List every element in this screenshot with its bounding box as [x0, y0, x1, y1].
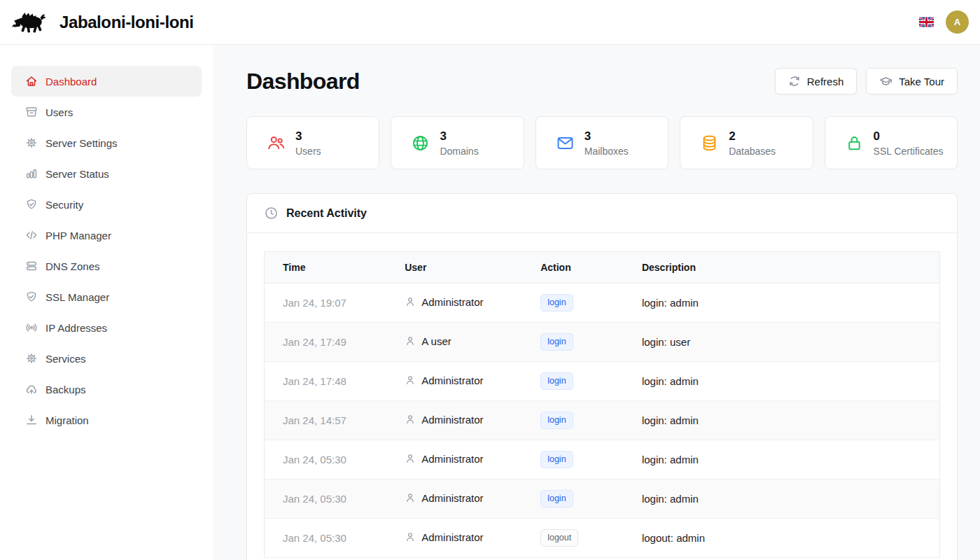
user-cell: Administrator — [421, 453, 483, 465]
person-icon — [405, 374, 416, 386]
home-icon — [25, 75, 38, 88]
stat-card-users: 3 Users — [246, 116, 379, 169]
sidebar-item-label: Services — [46, 353, 86, 365]
sidebar-item-server-status[interactable]: Server Status — [11, 158, 202, 189]
gear-icon — [25, 136, 38, 149]
sidebar-item-label: Backups — [46, 384, 86, 396]
panel-title: Recent Activity — [286, 207, 367, 220]
sidebar-item-label: Users — [46, 106, 73, 118]
page-title: Dashboard — [246, 70, 360, 92]
stat-value: 3 — [295, 129, 321, 144]
time-cell: Jan 24, 14:57 — [265, 401, 405, 440]
archive-icon — [25, 106, 38, 118]
sidebar-item-migration[interactable]: Migration — [11, 405, 202, 435]
stat-card-databases: 2 Databases — [680, 116, 813, 169]
table-row: Jan 24, 05:30 Administrator login login:… — [265, 440, 940, 479]
action-badge: login — [540, 333, 573, 351]
broadcast-icon — [25, 321, 38, 334]
gear-icon — [25, 352, 38, 365]
stat-label: Databases — [729, 146, 776, 157]
avatar[interactable]: A — [946, 10, 969, 34]
stat-value: 0 — [874, 129, 944, 144]
sidebar-item-php-manager[interactable]: PHP Manager — [11, 220, 202, 251]
topbar: Jabaloni-loni-loni A — [0, 0, 980, 45]
sidebar-item-label: DNS Zones — [46, 260, 100, 272]
column-header-time: Time — [265, 252, 405, 284]
column-header-action: Action — [540, 252, 642, 284]
description-cell: logout: admin — [642, 519, 940, 558]
user-cell: Administrator — [421, 374, 483, 386]
sidebar-item-users[interactable]: Users — [11, 97, 202, 127]
sidebar-item-label: SSL Manager — [46, 291, 109, 303]
activity-table: Time User Action Description Jan 24, 19:… — [264, 251, 940, 558]
take-tour-button[interactable]: Take Tour — [866, 68, 958, 94]
time-cell: Jan 24, 05:30 — [265, 440, 405, 479]
person-icon — [405, 335, 416, 346]
refresh-icon — [788, 75, 801, 88]
sidebar-item-server-settings[interactable]: Server Settings — [11, 127, 202, 158]
person-icon — [405, 531, 416, 542]
topbar-right: A — [919, 10, 969, 34]
time-cell: Jan 24, 17:48 — [265, 362, 405, 401]
time-cell: Jan 24, 05:30 — [265, 479, 405, 519]
server-icon — [25, 260, 38, 272]
user-cell: Administrator — [421, 296, 483, 308]
shield-check-icon — [25, 290, 38, 303]
table-row: Jan 24, 14:57 Administrator login login:… — [265, 401, 940, 440]
table-row: Jan 24, 17:48 Administrator login login:… — [265, 362, 940, 401]
sidebar-item-label: Migration — [46, 414, 89, 426]
stat-label: SSL Certificates — [874, 146, 944, 157]
cloud-upload-icon — [25, 383, 38, 396]
column-header-description: Description — [642, 252, 940, 284]
person-icon — [405, 492, 416, 503]
person-icon — [405, 453, 416, 464]
stat-value: 3 — [440, 129, 478, 144]
time-cell: Jan 24, 05:30 — [265, 519, 405, 558]
action-badge: login — [540, 490, 573, 507]
sidebar-item-backups[interactable]: Backups — [11, 374, 202, 405]
sidebar-item-ssl-manager[interactable]: SSL Manager — [11, 281, 202, 312]
action-badge: login — [540, 294, 573, 312]
stat-card-domains: 3 Domains — [391, 116, 524, 169]
sidebar-item-dashboard[interactable]: Dashboard — [11, 66, 202, 97]
take-tour-button-label: Take Tour — [899, 76, 944, 88]
bar-chart-icon — [25, 167, 38, 180]
stat-card-ssl-certificates: 0 SSL Certificates — [825, 116, 958, 169]
globe-icon — [411, 134, 430, 153]
description-cell: login: admin — [642, 401, 940, 440]
sidebar-item-services[interactable]: Services — [11, 343, 202, 374]
stat-label: Domains — [440, 146, 478, 157]
description-cell: login: admin — [642, 440, 940, 479]
stat-card-mailboxes: 3 Mailboxes — [536, 116, 668, 169]
sidebar-item-label: Security — [46, 199, 83, 211]
sidebar-item-label: PHP Manager — [46, 230, 111, 241]
table-row: Jan 24, 17:49 A user login login: user — [265, 323, 940, 362]
sidebar-item-label: Server Status — [46, 168, 109, 180]
user-cell: Administrator — [421, 414, 483, 426]
time-cell: Jan 24, 19:07 — [265, 284, 405, 323]
table-row: Jan 24, 19:07 Administrator login login:… — [265, 284, 940, 323]
user-cell: A user — [421, 335, 451, 347]
sidebar-item-dns-zones[interactable]: DNS Zones — [11, 251, 202, 281]
download-icon — [25, 414, 38, 426]
refresh-button-label: Refresh — [807, 76, 844, 88]
sidebar-item-security[interactable]: Security — [11, 189, 202, 220]
sidebar-item-label: Dashboard — [46, 76, 97, 88]
column-header-user: User — [405, 252, 540, 284]
stat-cards: 3 Users 3 Domains 3 Mailboxes — [246, 116, 958, 169]
stat-value: 2 — [729, 129, 776, 144]
graduation-cap-icon — [879, 75, 892, 88]
person-icon — [405, 414, 416, 425]
language-flag-icon[interactable] — [919, 17, 934, 27]
sidebar-item-ip-addresses[interactable]: IP Addresses — [11, 312, 202, 343]
code-icon — [25, 229, 38, 241]
description-cell: login: admin — [642, 362, 940, 401]
refresh-button[interactable]: Refresh — [775, 68, 858, 94]
boar-logo-icon — [11, 8, 48, 36]
user-cell: Administrator — [421, 531, 483, 543]
database-icon — [700, 134, 719, 153]
stat-value: 3 — [584, 129, 629, 144]
description-cell: login: admin — [642, 284, 940, 323]
action-badge: logout — [540, 529, 578, 547]
action-badge: login — [540, 451, 573, 468]
